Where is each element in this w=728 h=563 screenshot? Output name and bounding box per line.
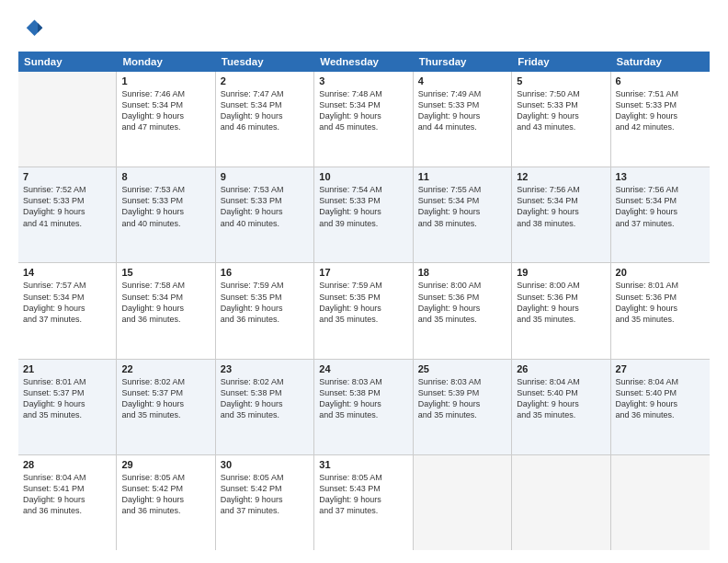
cell-info-line: Sunrise: 7:59 AM [319, 280, 407, 291]
cell-info-line: Sunrise: 8:01 AM [616, 280, 705, 291]
cell-info-line: Daylight: 9 hours [616, 303, 705, 314]
cell-info-line: Sunset: 5:33 PM [616, 99, 705, 110]
cell-info-line: and 36 minutes. [221, 314, 309, 325]
cell-info-line: Sunset: 5:34 PM [616, 195, 705, 206]
calendar-cell: 15Sunrise: 7:58 AMSunset: 5:34 PMDayligh… [117, 263, 215, 358]
cell-info-line: Sunset: 5:33 PM [121, 195, 210, 206]
calendar-cell: 17Sunrise: 7:59 AMSunset: 5:35 PMDayligh… [314, 263, 413, 358]
day-number: 21 [23, 363, 111, 374]
day-number: 22 [121, 363, 210, 374]
cell-info-line: Daylight: 9 hours [319, 398, 407, 409]
cell-info-line: Sunset: 5:33 PM [221, 195, 309, 206]
header-day-friday: Friday [512, 52, 610, 72]
day-number: 7 [23, 171, 111, 182]
calendar-cell: 8Sunrise: 7:53 AMSunset: 5:33 PMDaylight… [117, 167, 215, 262]
cell-info-line: Sunset: 5:37 PM [121, 387, 210, 398]
cell-info-line: Daylight: 9 hours [121, 494, 210, 505]
cell-info-line: Sunset: 5:34 PM [121, 99, 210, 110]
cell-info-line: and 35 minutes. [517, 409, 605, 420]
cell-info-line: Sunrise: 8:02 AM [221, 376, 309, 387]
day-number: 13 [616, 171, 705, 182]
cell-info-line: Sunset: 5:36 PM [616, 292, 705, 303]
calendar-row-3: 21Sunrise: 8:01 AMSunset: 5:37 PMDayligh… [18, 360, 710, 455]
cell-info-line: and 36 minutes. [616, 409, 705, 420]
cell-info-line: Daylight: 9 hours [418, 206, 506, 217]
day-number: 3 [319, 75, 407, 86]
cell-info-line: Daylight: 9 hours [418, 303, 506, 314]
cell-info-line: Sunset: 5:34 PM [221, 99, 309, 110]
cell-info-line: and 45 minutes. [319, 121, 407, 132]
header-day-monday: Monday [117, 52, 215, 72]
cell-info-line: Sunrise: 8:05 AM [319, 472, 407, 483]
calendar-cell: 13Sunrise: 7:56 AMSunset: 5:34 PMDayligh… [611, 167, 710, 262]
cell-info-line: Sunrise: 8:00 AM [517, 280, 605, 291]
cell-info-line: Sunrise: 7:48 AM [319, 88, 407, 99]
cell-info-line: and 46 minutes. [221, 121, 309, 132]
cell-info-line: Daylight: 9 hours [319, 110, 407, 121]
cell-info-line: Sunrise: 7:47 AM [221, 88, 309, 99]
header [18, 17, 710, 42]
cell-info-line: and 38 minutes. [517, 218, 605, 229]
logo [18, 17, 48, 42]
cell-info-line: Sunset: 5:34 PM [23, 292, 111, 303]
day-number: 14 [23, 267, 111, 278]
calendar-cell: 9Sunrise: 7:53 AMSunset: 5:33 PMDaylight… [216, 167, 314, 262]
cell-info-line: Daylight: 9 hours [121, 303, 210, 314]
calendar-cell: 23Sunrise: 8:02 AMSunset: 5:38 PMDayligh… [216, 360, 314, 454]
calendar-cell: 25Sunrise: 8:03 AMSunset: 5:39 PMDayligh… [414, 360, 512, 454]
svg-marker-1 [38, 23, 42, 33]
cell-info-line: and 40 minutes. [121, 218, 210, 229]
day-number: 19 [517, 267, 605, 278]
cell-info-line: Sunset: 5:33 PM [418, 99, 506, 110]
calendar-cell: 30Sunrise: 8:05 AMSunset: 5:42 PMDayligh… [216, 455, 314, 550]
day-number: 1 [121, 75, 210, 86]
day-number: 23 [221, 363, 309, 374]
cell-info-line: and 35 minutes. [517, 314, 605, 325]
cell-info-line: Sunrise: 7:51 AM [616, 88, 705, 99]
cell-info-line: and 36 minutes. [121, 314, 210, 325]
cell-info-line: and 37 minutes. [319, 505, 407, 516]
cell-info-line: Sunset: 5:43 PM [319, 483, 407, 494]
cell-info-line: Daylight: 9 hours [418, 398, 506, 409]
calendar-cell: 20Sunrise: 8:01 AMSunset: 5:36 PMDayligh… [611, 263, 710, 358]
cell-info-line: Sunrise: 8:00 AM [418, 280, 506, 291]
cell-info-line: Sunset: 5:37 PM [23, 387, 111, 398]
cell-info-line: Sunset: 5:36 PM [517, 292, 605, 303]
cell-info-line: Sunrise: 8:04 AM [616, 376, 705, 387]
cell-info-line: Sunrise: 8:03 AM [319, 376, 407, 387]
cell-info-line: and 41 minutes. [23, 218, 111, 229]
day-number: 8 [121, 171, 210, 182]
cell-info-line: Daylight: 9 hours [319, 303, 407, 314]
cell-info-line: Daylight: 9 hours [517, 303, 605, 314]
cell-info-line: and 35 minutes. [418, 409, 506, 420]
day-number: 31 [319, 459, 407, 470]
calendar-row-1: 7Sunrise: 7:52 AMSunset: 5:33 PMDaylight… [18, 167, 710, 263]
day-number: 29 [121, 459, 210, 470]
calendar-cell: 24Sunrise: 8:03 AMSunset: 5:38 PMDayligh… [314, 360, 413, 454]
header-day-thursday: Thursday [414, 52, 512, 72]
cell-info-line: Sunrise: 7:50 AM [517, 88, 605, 99]
cell-info-line: Sunset: 5:36 PM [418, 292, 506, 303]
calendar-cell: 16Sunrise: 7:59 AMSunset: 5:35 PMDayligh… [216, 263, 314, 358]
header-day-sunday: Sunday [18, 52, 117, 72]
cell-info-line: Daylight: 9 hours [319, 494, 407, 505]
day-number: 24 [319, 363, 407, 374]
day-number: 30 [221, 459, 309, 470]
day-number: 27 [616, 363, 705, 374]
calendar-cell: 31Sunrise: 8:05 AMSunset: 5:43 PMDayligh… [314, 455, 413, 550]
cell-info-line: Sunrise: 8:01 AM [23, 376, 111, 387]
cell-info-line: and 44 minutes. [418, 121, 506, 132]
cell-info-line: Sunset: 5:33 PM [23, 195, 111, 206]
cell-info-line: Sunset: 5:40 PM [517, 387, 605, 398]
calendar-cell: 28Sunrise: 8:04 AMSunset: 5:41 PMDayligh… [18, 455, 117, 550]
cell-info-line: Sunrise: 7:56 AM [616, 184, 705, 195]
cell-info-line: Sunset: 5:42 PM [121, 483, 210, 494]
cell-info-line: Sunrise: 8:05 AM [221, 472, 309, 483]
cell-info-line: Sunrise: 7:49 AM [418, 88, 506, 99]
cell-info-line: Sunrise: 7:55 AM [418, 184, 506, 195]
calendar-cell: 1Sunrise: 7:46 AMSunset: 5:34 PMDaylight… [117, 72, 215, 167]
cell-info-line: and 35 minutes. [319, 314, 407, 325]
header-day-wednesday: Wednesday [314, 52, 413, 72]
cell-info-line: Sunrise: 7:46 AM [121, 88, 210, 99]
cell-info-line: Sunrise: 7:52 AM [23, 184, 111, 195]
